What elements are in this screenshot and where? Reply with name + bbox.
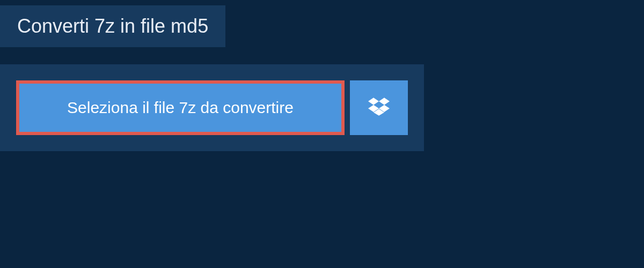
- upload-section: Seleziona il file 7z da convertire: [0, 64, 424, 151]
- select-file-button[interactable]: Seleziona il file 7z da convertire: [16, 80, 345, 135]
- dropbox-button[interactable]: [350, 80, 408, 135]
- header-bar: Converti 7z in file md5: [0, 5, 225, 47]
- dropbox-icon: [368, 96, 390, 120]
- select-file-label: Seleziona il file 7z da convertire: [67, 99, 294, 117]
- page-title: Converti 7z in file md5: [17, 15, 208, 38]
